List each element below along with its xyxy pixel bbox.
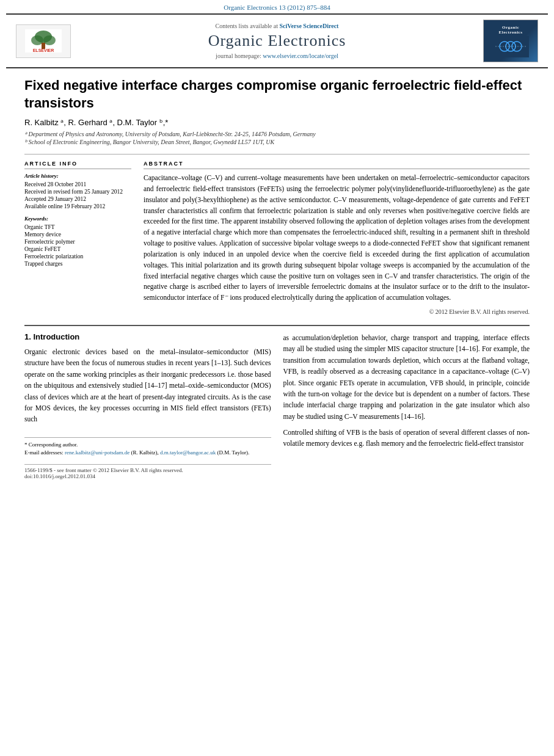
- journal-header: ELSEVIER Contents lists available at Sci…: [6, 13, 548, 68]
- journal-header-center: Contents lists available at SciVerse Sci…: [77, 23, 477, 59]
- email2[interactable]: d.m.taylor@bangor.ac.uk: [160, 449, 216, 456]
- article-info-abstract: ARTICLE INFO Article history: Received 2…: [24, 161, 530, 315]
- keyword-3: Ferroelectric polymer: [24, 239, 131, 245]
- keyword-5: Ferroelectric polarization: [24, 253, 131, 260]
- article-info-label: ARTICLE INFO: [24, 161, 131, 169]
- article-title: Fixed negative interface charges comprom…: [24, 77, 530, 112]
- accepted-date: Accepted 29 January 2012: [24, 196, 131, 202]
- homepage-line: journal homepage: www.elsevier.com/locat…: [77, 53, 477, 59]
- sciverse-link[interactable]: SciVerse ScienceDirect: [280, 23, 339, 29]
- abstract-label: ABSTRACT: [144, 161, 530, 169]
- page-container: Organic Electronics 13 (2012) 875–884 EL…: [0, 0, 554, 756]
- intro-heading: 1. Introduction: [24, 332, 271, 341]
- svg-text:ELSEVIER: ELSEVIER: [33, 48, 54, 53]
- copyright-line: © 2012 Elsevier B.V. All rights reserved…: [144, 308, 530, 315]
- authors: R. Kalbitz ᵃ, R. Gerhard ᵃ, D.M. Taylor …: [24, 118, 530, 127]
- corresponding-author: * Corresponding author.: [24, 442, 271, 448]
- bottom-bar: 1566-1199/$ - see front matter © 2012 El…: [24, 464, 271, 479]
- keyword-6: Trapped charges: [24, 261, 131, 267]
- svg-rect-6: [492, 36, 529, 57]
- citation-text: Organic Electronics 13 (2012) 875–884: [224, 4, 330, 11]
- received-revised-date: Received in revised form 25 January 2012: [24, 189, 131, 195]
- keyword-1: Organic TFT: [24, 224, 131, 230]
- sciverse-text: Contents lists available at: [216, 23, 278, 29]
- article-info-col: ARTICLE INFO Article history: Received 2…: [24, 161, 131, 315]
- organic-electronics-journal-logo: Organic Electronics: [483, 20, 538, 62]
- author-list: R. Kalbitz ᵃ, R. Gerhard ᵃ, D.M. Taylor …: [24, 118, 168, 127]
- email2-name: (D.M. Taylor).: [217, 449, 250, 456]
- main-col-left: 1. Introduction Organic electronic devic…: [24, 332, 271, 479]
- email-line: E-mail addresses: rene.kalbitz@uni-potsd…: [24, 449, 271, 456]
- main-col-right: as accumulation/depletion behavior, char…: [283, 332, 530, 479]
- history-label: Article history:: [24, 173, 131, 179]
- homepage-url[interactable]: www.elsevier.com/locate/orgel: [263, 53, 338, 59]
- email1[interactable]: rene.kalbitz@uni-potsdam.de: [65, 449, 129, 456]
- affiliation-a: ᵃ Department of Physics and Astronomy, U…: [24, 131, 530, 137]
- main-content: 1. Introduction Organic electronic devic…: [24, 325, 530, 479]
- issn-line: 1566-1199/$ - see front matter © 2012 El…: [24, 467, 271, 473]
- journal-title: Organic Electronics: [77, 32, 477, 50]
- abstract-text: Capacitance–voltage (C–V) and current–vo…: [144, 173, 530, 303]
- affiliation-b: ᵇ School of Electronic Engineering, Bang…: [24, 139, 530, 145]
- doi-line: doi:10.1016/j.orgel.2012.01.034: [24, 473, 271, 479]
- article-body: Fixed negative interface charges comprom…: [0, 77, 554, 479]
- abstract-body: Capacitance–voltage (C–V) and current–vo…: [144, 174, 530, 301]
- intro-para-1: Organic electronic devices based on the …: [24, 346, 271, 425]
- intro-para-2: as accumulation/depletion behavior, char…: [283, 332, 530, 422]
- intro-para-3: Controlled shifting of VFB is the basis …: [283, 427, 530, 449]
- elsevier-logo: ELSEVIER: [16, 24, 71, 58]
- abstract-col: ABSTRACT Capacitance–voltage (C–V) and c…: [144, 161, 530, 315]
- divider-1: [24, 154, 530, 154]
- received-date: Received 28 October 2011: [24, 181, 131, 187]
- homepage-label: journal homepage:: [216, 53, 261, 59]
- sciverse-line: Contents lists available at SciVerse Sci…: [77, 23, 477, 29]
- keyword-4: Organic FeFET: [24, 246, 131, 252]
- footnote-area: * Corresponding author. E-mail addresses…: [24, 437, 271, 456]
- available-online-date: Available online 19 February 2012: [24, 203, 131, 209]
- keyword-2: Memory device: [24, 231, 131, 238]
- citation-bar: Organic Electronics 13 (2012) 875–884: [0, 0, 554, 13]
- main-two-col: 1. Introduction Organic electronic devic…: [24, 332, 530, 479]
- journal-header-right: Organic Electronics: [477, 20, 538, 62]
- email1-name: (R. Kalbitz),: [131, 449, 159, 456]
- email-label: E-mail addresses:: [24, 449, 64, 456]
- elsevier-logo-area: ELSEVIER: [16, 24, 77, 58]
- affiliations: ᵃ Department of Physics and Astronomy, U…: [24, 131, 530, 145]
- keywords-label: Keywords:: [24, 216, 131, 222]
